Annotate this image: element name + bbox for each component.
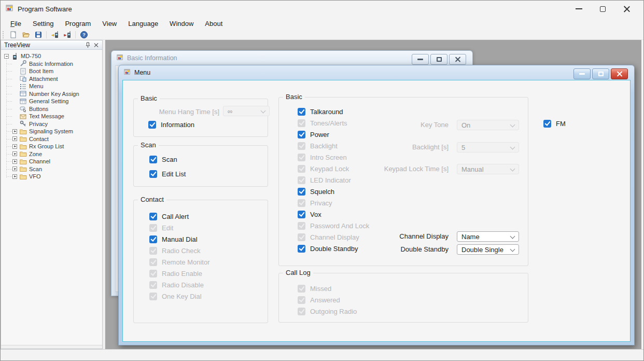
information-checkbox[interactable] — [148, 121, 156, 129]
menu-about[interactable]: About — [199, 18, 228, 29]
pin-button[interactable] — [83, 41, 92, 49]
tree-horizontal-scrollbar[interactable] — [1, 345, 102, 349]
expander-minus-icon[interactable] — [4, 54, 9, 59]
checkbox-fm[interactable]: FM — [543, 118, 566, 129]
checkbox-password-and-lock[interactable]: Password And Lock — [298, 220, 369, 231]
checkbox-led-indicator[interactable]: LED Indicator — [298, 174, 369, 186]
tree-item-signaling-system[interactable]: Signaling System — [1, 128, 102, 135]
menu-window-titlebar[interactable]: Menu — [119, 65, 634, 80]
new-file-icon[interactable] — [8, 31, 19, 39]
talkaround-checkbox[interactable] — [298, 108, 305, 116]
menu-hang-time-combo: ∞ — [223, 106, 270, 116]
tree-item-zone[interactable]: Zone — [1, 150, 102, 158]
tree-item-buttons[interactable]: Buttons — [1, 105, 102, 113]
tree-item-menu[interactable]: Menu — [1, 82, 102, 90]
expander-plus-icon[interactable] — [12, 129, 17, 134]
minimize-button[interactable] — [412, 54, 429, 65]
open-file-icon[interactable] — [20, 31, 31, 39]
minimize-button[interactable] — [567, 1, 591, 17]
edit-list-checkbox[interactable] — [149, 170, 157, 178]
channel-display-combo[interactable]: Name — [457, 231, 519, 242]
tree-item-number-key-assign[interactable]: Number Key Assign — [1, 90, 102, 98]
checkbox-scan[interactable]: Scan — [149, 152, 186, 166]
tree-item-contact[interactable]: Contact — [1, 135, 102, 143]
expander-plus-icon[interactable] — [12, 174, 17, 179]
checkbox-radio-disable[interactable]: Radio Disable — [149, 279, 209, 290]
app-icon — [6, 4, 13, 14]
tree-item-vfo[interactable]: VFO — [1, 173, 102, 180]
menu-window[interactable]: Window — [164, 18, 199, 29]
menu-language[interactable]: Language — [122, 18, 164, 29]
folder-icon — [19, 165, 27, 173]
help-icon[interactable]: ? — [78, 31, 89, 39]
checkbox-information[interactable]: Information — [148, 119, 194, 130]
tree-item-scan[interactable]: Scan — [1, 165, 102, 173]
tree-item-label: Menu — [29, 83, 44, 89]
checkbox-outgoing-radio[interactable]: Outgoing Radio — [298, 306, 357, 317]
expander-plus-icon[interactable] — [12, 144, 17, 149]
menu-setting[interactable]: Setting — [27, 18, 59, 29]
tree-item-channel[interactable]: Channel — [1, 158, 102, 165]
squelch-checkbox[interactable] — [298, 188, 305, 196]
menu-view[interactable]: View — [96, 18, 122, 29]
checkbox-radio-check[interactable]: Radio Check — [149, 245, 209, 256]
expander-plus-icon[interactable] — [12, 151, 17, 156]
checkbox-call-alert[interactable]: Call Alert — [149, 211, 209, 222]
checkbox-intro-screen[interactable]: Intro Screen — [298, 151, 369, 163]
maximize-button[interactable] — [430, 54, 447, 65]
read-from-radio-icon[interactable] — [49, 31, 60, 39]
checkbox-squelch[interactable]: Squelch — [298, 186, 369, 197]
menu-program[interactable]: Program — [59, 18, 96, 29]
write-to-radio-icon[interactable] — [62, 31, 73, 39]
tree-item-boot-item[interactable]: Boot Item — [1, 67, 102, 75]
tree-item-attachment[interactable]: Attachment — [1, 75, 102, 83]
scan-checkbox[interactable] — [149, 156, 157, 163]
save-file-icon[interactable] — [33, 31, 44, 39]
checkbox-vox[interactable]: Vox — [298, 209, 369, 220]
close-button[interactable] — [614, 1, 638, 17]
group-title: Basic — [283, 93, 305, 101]
tree-item-rx-group-list[interactable]: Rx Group List — [1, 143, 102, 150]
manual-dial-checkbox[interactable] — [149, 235, 157, 243]
menu-window[interactable]: Menu Basic Menu Hang Time [s] ∞ — [118, 65, 635, 345]
led-indicator-checkbox — [298, 176, 305, 184]
double-standby-checkbox[interactable] — [298, 245, 305, 253]
checkbox-privacy[interactable]: Privacy — [298, 197, 369, 209]
radio-icon — [11, 52, 19, 60]
checkbox-talkaround[interactable]: Talkaround — [298, 106, 369, 117]
maximize-button[interactable] — [592, 68, 609, 79]
menu-file[interactable]: File — [5, 18, 27, 29]
close-button[interactable] — [611, 68, 628, 79]
close-button[interactable] — [449, 54, 466, 65]
combo-value: On — [461, 121, 470, 129]
minimize-button[interactable] — [573, 68, 591, 79]
checkbox-remote-monitor[interactable]: Remote Monitor — [149, 256, 209, 268]
power-checkbox[interactable] — [298, 131, 305, 138]
checkbox-radio-enable[interactable]: Radio Enable — [149, 268, 209, 279]
treeview-close-button[interactable] — [92, 41, 100, 49]
folder-icon — [19, 173, 27, 180]
double-standby-combo[interactable]: Double Single — [457, 244, 519, 255]
tree-item-privacy[interactable]: Privacy — [1, 120, 102, 128]
fm-checkbox[interactable] — [543, 120, 551, 128]
expander-plus-icon[interactable] — [12, 136, 17, 141]
checkbox-missed[interactable]: Missed — [298, 283, 357, 294]
checkbox-edit[interactable]: Edit — [149, 222, 209, 233]
checkbox-power[interactable]: Power — [298, 129, 369, 140]
tree-item-text-message[interactable]: Text Message — [1, 113, 102, 120]
tree-item-general-setting[interactable]: General Setting — [1, 98, 102, 105]
expander-plus-icon[interactable] — [12, 166, 17, 171]
checkbox-one-key-dial[interactable]: One Key Dial — [149, 290, 209, 302]
call-alert-checkbox[interactable] — [149, 213, 157, 220]
group-basic-right: Basic TalkaroundTones/AlertsPowerBacklig… — [278, 97, 528, 266]
chevron-down-icon — [510, 166, 515, 171]
checkbox-answered[interactable]: Answered — [298, 294, 357, 306]
checkbox-manual-dial[interactable]: Manual Dial — [149, 233, 209, 245]
tree-item-basic-information[interactable]: Basic Information — [1, 60, 102, 68]
maximize-button[interactable] — [591, 1, 614, 17]
checkbox-edit-list[interactable]: Edit List — [149, 166, 186, 181]
expander-plus-icon[interactable] — [12, 159, 17, 164]
privacy-checkbox — [298, 199, 305, 207]
tree-item-md-750[interactable]: MD-750 — [1, 52, 102, 60]
vox-checkbox[interactable] — [298, 211, 305, 218]
